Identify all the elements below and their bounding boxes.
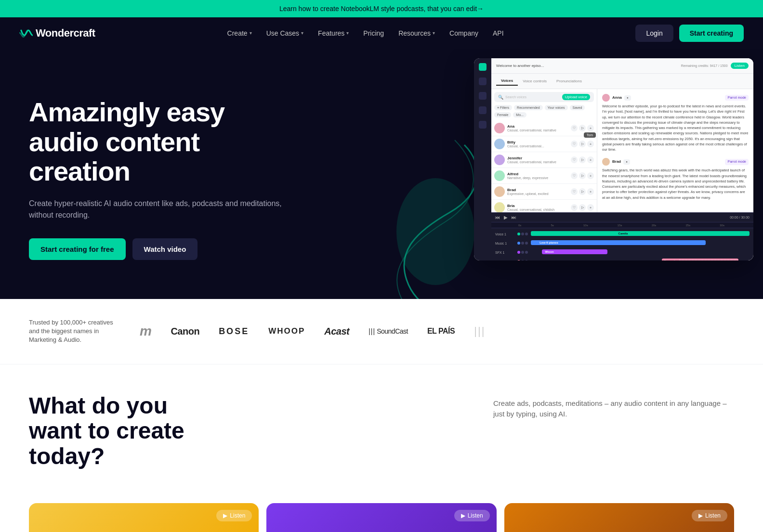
app-topbar-title: Welcome to another episo... <box>496 64 544 68</box>
what-section: What do you want to create today? Create… <box>0 364 763 503</box>
speaker-brad: Brad ● Parrot mode <box>602 158 749 166</box>
app-screenshot: Welcome to another episo... Remaining cr… <box>474 58 753 260</box>
listen-btn-purple[interactable]: ▶ Listen <box>454 510 490 521</box>
app-content-area: 🔍 Search voices Upload voice ≡ Filters R… <box>491 89 753 212</box>
card-yellow: ▶ Listen <box>29 503 259 532</box>
sidebar-icon <box>479 121 487 129</box>
start-creating-button[interactable]: Start creating <box>679 25 744 42</box>
voice-item-brad[interactable]: Brad Expressive, upbeat, excited ♡ ▷ + <box>491 184 597 200</box>
speaker-anna: Anna ● Parrot mode <box>602 94 749 102</box>
brands-logos: m Canon BOSE WHOOP Acast |||SoundCast EL… <box>140 324 485 339</box>
sidebar-icon-active <box>479 63 487 71</box>
nav-item-usecases[interactable]: Use Cases ▾ <box>261 26 309 40</box>
tooltip-tom: Tom <box>584 132 596 138</box>
avatar-anna <box>602 94 610 102</box>
svg-point-0 <box>397 179 474 285</box>
brand-elpais: EL PAÍS <box>427 327 455 336</box>
app-sidebar <box>474 58 491 260</box>
voice-item-jennifer[interactable]: Jennifer Casual, conversational, narrati… <box>491 152 597 168</box>
tl-rewind[interactable]: ⏮ <box>495 215 500 220</box>
brand-m: m <box>140 324 151 339</box>
brand-soundcast: |||SoundCast <box>368 327 408 335</box>
app-timeline: ⏮ ▶ ⏭ 00:00 / 30:00 0s5s10s15s20s25s30s <box>491 212 753 260</box>
play-icon: ▶ <box>698 512 703 519</box>
watch-video-button[interactable]: Watch video <box>132 238 198 260</box>
hero-buttons: Start creating for free Watch video <box>29 238 299 260</box>
logo-text: Wondercraft <box>36 27 95 39</box>
filter-filters[interactable]: ≡ Filters <box>494 105 512 110</box>
tab-voice-controls[interactable]: Voice controls <box>518 77 552 85</box>
listen-btn-audiobooks[interactable]: ▶ Listen <box>692 510 727 521</box>
nav-item-resources[interactable]: Resources ▾ <box>393 26 441 40</box>
voice-actions-ana: ♡ ▷ + <box>571 125 594 131</box>
nav-right: Login Start creating <box>635 25 744 42</box>
what-title: What do you want to create today? <box>29 393 212 469</box>
nav-links: Create ▾ Use Cases ▾ Features ▾ Pricing … <box>222 26 510 40</box>
login-button[interactable]: Login <box>635 25 673 42</box>
voice-item-alfred[interactable]: Alfred Narrative, deep, expressive ♡ ▷ + <box>491 168 597 184</box>
upload-voice-btn[interactable]: Upload voice <box>562 94 590 100</box>
start-free-button[interactable]: Start creating for free <box>29 238 126 260</box>
voice-avatar-ana <box>494 123 505 133</box>
voice-item-ana[interactable]: Ana Casual, conversational, narrative ♡ … <box>491 120 597 136</box>
voice-item-bria[interactable]: Bria Casual, conversational, childish ♡ … <box>491 200 597 212</box>
voice-info-bria: Bria Casual, conversational, childish <box>507 204 568 211</box>
brands-section: Trusted by 100,000+ creatives and the bi… <box>0 299 763 364</box>
play-icon: ▶ <box>223 512 227 519</box>
brand-whoop: WHOOP <box>268 326 305 336</box>
tab-voices[interactable]: Voices <box>496 77 518 86</box>
filter-female[interactable]: Female <box>494 112 511 117</box>
tl-play[interactable]: ▶ <box>504 215 508 220</box>
hero-title: Amazingly easy audio content creation <box>29 97 299 186</box>
voice-info-brad: Brad Expressive, upbeat, excited <box>507 188 568 195</box>
nav-item-create[interactable]: Create ▾ <box>222 26 258 40</box>
voice-filters: ≡ Filters Recommended Your voices Saved … <box>491 105 597 120</box>
track-clip1: Clip 1 My recording <box>495 258 750 260</box>
hero-section: Amazingly easy audio content creation Cr… <box>0 49 763 299</box>
brands-text: Trusted by 100,000+ creatives and the bi… <box>29 318 116 345</box>
tl-forward[interactable]: ⏭ <box>512 215 516 220</box>
filter-more[interactable]: Mo... <box>513 112 526 117</box>
brand-bose: BOSE <box>219 326 249 337</box>
brand-canon: Canon <box>171 326 199 337</box>
hero-swirl-decoration <box>378 135 484 299</box>
listen-btn-yellow[interactable]: ▶ Listen <box>216 510 252 521</box>
top-banner[interactable]: Learn how to create NotebookLM style pod… <box>0 0 763 17</box>
sidebar-icon <box>479 78 487 85</box>
hero-subtitle: Create hyper-realistic AI audio content … <box>29 198 299 221</box>
filter-your-voices[interactable]: Your voices <box>545 105 568 110</box>
voice-actions-jennifer: ♡ ▷ + <box>571 156 594 163</box>
voice-avatar-bria <box>494 202 505 212</box>
nav-item-features[interactable]: Features ▾ <box>312 26 355 40</box>
nav-item-pricing[interactable]: Pricing <box>357 26 390 40</box>
sidebar-icon <box>479 106 487 114</box>
cards-row: ▶ Listen ▶ Listen ▶ Listen Audiobooks <box>0 503 763 532</box>
logo[interactable]: Wondercraft <box>19 27 95 39</box>
nav-item-api[interactable]: API <box>487 26 510 40</box>
track-music1: Music 1 Low-fi pianos <box>495 239 750 247</box>
tl-time: 00:00 / 30:00 <box>730 216 750 219</box>
voice-actions-bria: ♡ ▷ + <box>571 204 594 211</box>
voice-search[interactable]: 🔍 Search voices Upload voice <box>494 92 594 102</box>
voice-list: Ana Casual, conversational, narrative ♡ … <box>491 120 597 212</box>
voice-actions-brad: ♡ ▷ + <box>571 188 594 195</box>
listen-button-topbar[interactable]: Listen <box>731 63 749 69</box>
text-block-brad: Switching gears, the tech world was ablu… <box>602 168 749 200</box>
sidebar-icon <box>479 92 487 100</box>
voice-avatar-brad <box>494 186 505 197</box>
card-audiobooks: ▶ Listen Audiobooks <box>504 503 734 532</box>
banner-text: Learn how to create NotebookLM style pod… <box>279 5 484 13</box>
timeline-tracks: Voice 1 Camila <box>491 228 753 260</box>
voice-info-alfred: Alfred Narrative, deep, expressive <box>507 172 568 180</box>
card-purple: ▶ Listen <box>266 503 496 532</box>
track-voice1: Voice 1 Camila <box>495 230 750 238</box>
voice-panel: 🔍 Search voices Upload voice ≡ Filters R… <box>491 89 597 212</box>
brand-acast: Acast <box>324 326 349 337</box>
nav-item-company[interactable]: Company <box>444 26 484 40</box>
voice-item-billy[interactable]: Tom Billy Casual, conversational... ♡ ▷ … <box>491 136 597 152</box>
voice-info-ana: Ana Casual, conversational, narrative <box>507 124 568 132</box>
tab-pronunciations[interactable]: Pronunciations <box>552 77 587 85</box>
filter-recommended[interactable]: Recommended <box>514 105 542 110</box>
text-block-anna: Welcome to another episode, your go-to p… <box>602 104 749 152</box>
filter-saved[interactable]: Saved <box>570 105 585 110</box>
